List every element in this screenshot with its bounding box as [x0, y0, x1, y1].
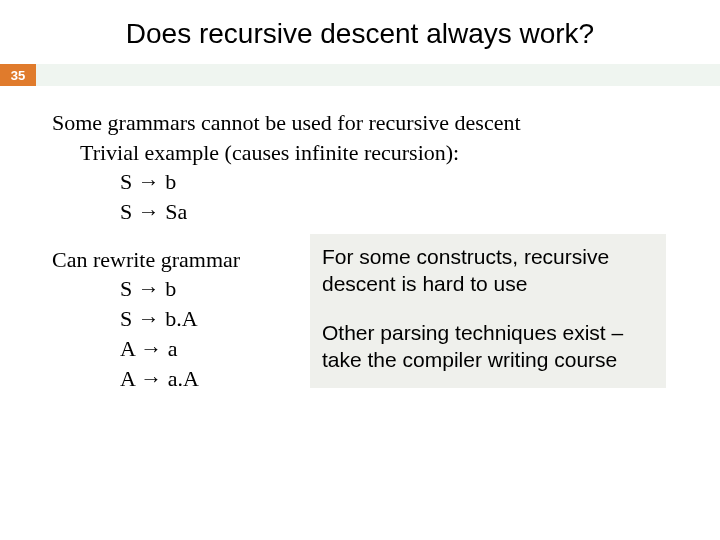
rule-rhs: b.A [165, 306, 197, 331]
arrow-icon: → [138, 199, 160, 224]
rule-rhs: a [168, 336, 178, 361]
arrow-icon: → [138, 169, 160, 194]
body-line-2: Trivial example (causes infinite recursi… [52, 138, 720, 168]
arrow-icon: → [138, 276, 160, 301]
rule-rhs: a.A [168, 366, 199, 391]
rule-lhs: S [120, 169, 132, 194]
slide: Does recursive descent always work? 35 S… [0, 0, 720, 540]
rule-lhs: A [120, 336, 135, 361]
slide-number: 35 [0, 64, 36, 86]
rule-lhs: S [120, 276, 132, 301]
rule-lhs: S [120, 199, 132, 224]
grammar-rule-2: S → Sa [52, 197, 720, 227]
rule-rhs: b [165, 276, 176, 301]
rule-rhs: b [165, 169, 176, 194]
body-line-1: Some grammars cannot be used for recursi… [52, 108, 720, 138]
rule-rhs: Sa [165, 199, 187, 224]
arrow-icon: → [140, 336, 162, 361]
callout-box: For some constructs, recursive descent i… [310, 234, 666, 388]
slide-body: Some grammars cannot be used for recursi… [0, 86, 720, 393]
rule-lhs: S [120, 306, 132, 331]
arrow-icon: → [138, 306, 160, 331]
rule-lhs: A [120, 366, 135, 391]
slide-title: Does recursive descent always work? [0, 0, 720, 64]
accent-bar: 35 [0, 64, 720, 86]
arrow-icon: → [140, 366, 162, 391]
grammar-rule-1: S → b [52, 167, 720, 197]
callout-paragraph-1: For some constructs, recursive descent i… [322, 244, 654, 298]
callout-paragraph-2: Other parsing techniques exist – take th… [322, 320, 654, 374]
